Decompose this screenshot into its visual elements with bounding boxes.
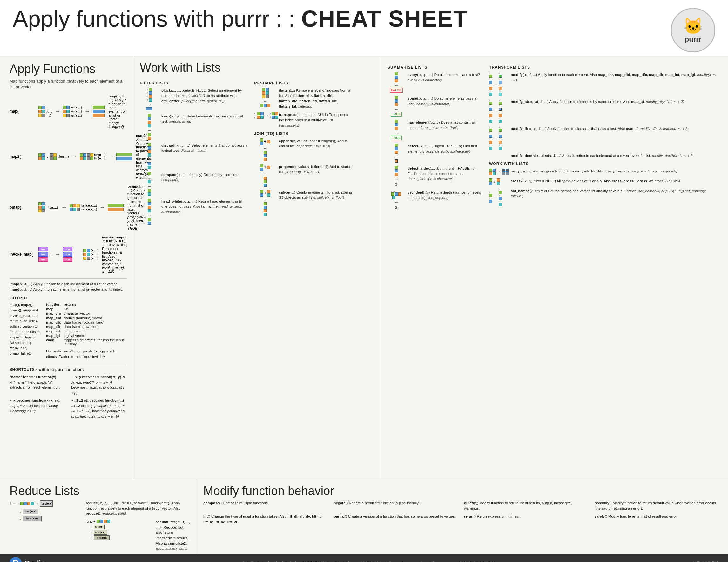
list-item-flatten: → flatten(.x) Remove a level of indexes … <box>254 88 353 109</box>
modify-item-compose: compose() Compose multiple functions. <box>203 500 327 511</box>
work-with-lists-col: Work with Lists FILTER LISTS a <box>133 56 381 479</box>
footer-watermark: 知乎 @青青子衿 <box>693 561 718 562</box>
title-regular: Apply functions with purrr : : <box>13 6 301 31</box>
table-row: map_dfrdata frame (row bind) <box>46 324 127 329</box>
list-item-prepend: + → prepend(x, values, befor <box>254 164 353 187</box>
list-item-head-while: → head_while(.x, .p, …) Return head elem… <box>140 199 248 225</box>
summarise-transform-area: SUMMARISE LISTS → FALSE <box>388 61 718 213</box>
bottom-sections: Reduce Lists func + → func(■,■) <box>0 479 728 554</box>
work-with-lists-title: Work with Lists <box>140 61 374 75</box>
summarise-lists: SUMMARISE LISTS → FALSE <box>388 61 483 213</box>
shortcut-item: ~ .x .y becomes function(.x, .y) .x .y, … <box>71 374 127 395</box>
list-item-set-names: a b → p q <box>489 188 718 206</box>
list-item-modify: a b c d → <box>489 72 718 96</box>
shortcuts-section: SHORTCUTS - within a purrr function: "na… <box>10 364 127 419</box>
shortcut-item: ~ ..1 ..2 etc becomes function(...) ..1 … <box>71 398 127 419</box>
table-row: map_chrcharacter vector <box>46 311 127 315</box>
reduce-col: Reduce Lists func + → func(■,■) <box>0 479 197 554</box>
work-with-lists-area: Work with Lists FILTER LISTS a <box>133 56 728 479</box>
r-circle-icon: R <box>10 557 22 562</box>
content-area: Apply Functions Map functions apply a fu… <box>0 56 728 554</box>
filter-lists-title: FILTER LISTS <box>140 81 248 85</box>
list-item-detect-index: → 3 detect_index(.x, .f, …, .right = FAL… <box>388 166 483 187</box>
transform-title: TRANSFORM LISTS <box>489 65 718 70</box>
table-row: map_lgllogical vector <box>46 333 127 338</box>
apply-functions-subtitle: Map functions apply a function iterative… <box>10 78 127 90</box>
rstudio-logo-area: R Studio <box>10 557 44 562</box>
invoke-map-diagram: invoke_map( fun fun fun ) → fun <box>10 235 127 274</box>
apply-functions-title: Apply Functions <box>10 63 127 76</box>
header-title-group: Apply functions with purrr : : CHEAT SHE… <box>13 6 468 31</box>
reshape-lists: RESHAPE LISTS <box>254 77 353 228</box>
modify-item-quietly: quietly() Modify function to return list… <box>464 500 588 511</box>
pmap-diagram: pmap( ,fun,…) → fun(■,■,■,…) fun(■,■,■,…… <box>10 185 127 230</box>
join-lists-title: JOIN (TO) LISTS <box>254 132 353 136</box>
list-item-splice: + → <box>254 190 353 216</box>
list-item-reduce: reduce(.x, .f, ..., .init, .dir = c("for… <box>86 500 190 516</box>
reduce-content: func + → func(■,■) ↓ func(■ <box>10 500 190 551</box>
modify-title: Modify function behavior <box>203 484 718 498</box>
modify-item-partial: partial() Create a version of a function… <box>334 514 458 525</box>
right-sections: SUMMARISE LISTS → FALSE <box>381 56 728 479</box>
reshape-lists-title: RESHAPE LISTS <box>254 81 353 85</box>
reduce-diagram: func + → func(■,■) ↓ func(■ <box>10 500 79 551</box>
purrr-logo: 🐱 purrr <box>671 8 715 52</box>
reduce-title: Reduce Lists <box>10 484 190 498</box>
table-row: function returns <box>46 302 127 307</box>
list-item-vec-depth: x y z <box>388 190 483 210</box>
list-item-append: + → append(x, values, after <box>254 139 353 161</box>
shortcuts-title: SHORTCUTS - within a purrr function: <box>10 367 127 372</box>
cat-icon: 🐱 <box>683 17 703 35</box>
list-item-cross2: + cross2(.x, .y, .filter = NULL) All com… <box>489 179 718 185</box>
table-row: maplist <box>46 307 127 311</box>
title-bold: CHEAT SHEET <box>301 6 468 31</box>
list-item-every: → FALSE every(.x, .p, …) Do all elements… <box>388 72 483 93</box>
shortcut-item: ~ .x becomes function(x) x, e.g. map(l, … <box>10 398 65 419</box>
header: Apply functions with purrr : : CHEAT SHE… <box>0 0 728 56</box>
map2-diagram: map2( , ,fun,…) → <box>10 134 127 180</box>
lmap-section: lmap(.x, .f, ...) Apply function to each… <box>10 279 127 292</box>
filter-lists: FILTER LISTS a b c d <box>140 77 248 228</box>
modify-item-rerun: rerun() Rerun expression n times. <box>464 514 588 525</box>
list-item-transpose: x y → a b transpose(.l, .names = NULL) T… <box>254 112 353 128</box>
list-item-has-element: → TRUE has_element(.x, .y) Does a list c… <box>388 120 483 140</box>
list-item-pluck: a b c d <box>140 88 248 111</box>
modify-item-lift: lift() Change the type of input a functi… <box>203 514 327 525</box>
filter-reshape-area: FILTER LISTS a b c d <box>140 77 374 228</box>
list-item-compact: NULL → compact(.x, .p = identity) Drop e… <box>140 172 248 196</box>
transform-lists: TRANSFORM LISTS a b c <box>489 61 718 213</box>
accumulate-area: func + → <box>86 519 190 551</box>
output-title: OUTPUT <box>10 295 127 300</box>
logo-text: purrr <box>685 35 702 44</box>
list-item-discard: → discard(.x, .p, …) Select elements tha… <box>140 143 248 169</box>
modify-item-safely: safely() Modify func to return list of r… <box>595 514 719 525</box>
list-item-array-tree: → array_tree(array, margin = NULL) Turn … <box>489 169 718 175</box>
shortcuts-grid: "name" becomes function(x) x[["name"]], … <box>10 374 127 419</box>
shortcut-item: "name" becomes function(x) x[["name"]], … <box>10 374 65 395</box>
summarise-title: SUMMARISE LISTS <box>388 65 483 70</box>
rstudio-wordmark: Studio <box>25 559 44 562</box>
table-row: map_intinteger vector <box>46 329 127 333</box>
table-row: map_dfcdata frame (column bind) <box>46 320 127 324</box>
output-table: function returns maplist map_chrcharacte… <box>46 302 127 346</box>
list-item-modify-if: a b c d → <box>489 126 718 150</box>
list-item-some: → TRUE some(.x, .p, …) Do some elements … <box>388 96 483 117</box>
modify-grid: compose() Compose multiple functions. ne… <box>203 500 718 525</box>
reduce-descriptions: reduce(.x, .f, ..., .init, .dir = c("for… <box>86 500 190 551</box>
footer: R Studio RStudio® is a trademark of RStu… <box>0 554 728 562</box>
output-section: OUTPUT map(), map2(), pmap(), imap and i… <box>10 295 127 360</box>
walk-section: Use walk, walk2, and pwalk to trigger si… <box>46 349 127 360</box>
modify-col: Modify function behavior compose() Compo… <box>197 479 728 554</box>
accumulate-diagram: func + → <box>86 519 149 551</box>
list-item-detect: → detect(.x, .f, …, .right=FALSE, .p) Fi… <box>388 144 483 163</box>
modify-item-negate: negate() Negate a predicate function (a … <box>334 500 458 511</box>
list-item-keep: → keep(.x, .p, …) Select elements that p… <box>140 114 248 140</box>
table-row: walktriggers side effects, returns the i… <box>46 338 127 346</box>
map-diagram: map( , fun, …) → fun(■,…) fun(■,…) <box>10 94 127 129</box>
work-with-lists-2-title: WORK WITH LISTS <box>489 162 718 166</box>
top-section: Apply Functions Map functions apply a fu… <box>0 56 728 479</box>
list-item-modify-depth: modify_depth(.x, .depth, .f, ...) Apply … <box>489 153 718 159</box>
list-item-modify-at: a b c d → <box>489 99 718 123</box>
modify-item-possibly: possibly() Modify function to return def… <box>595 500 719 511</box>
page-title: Apply functions with purrr : : CHEAT SHE… <box>13 6 468 31</box>
